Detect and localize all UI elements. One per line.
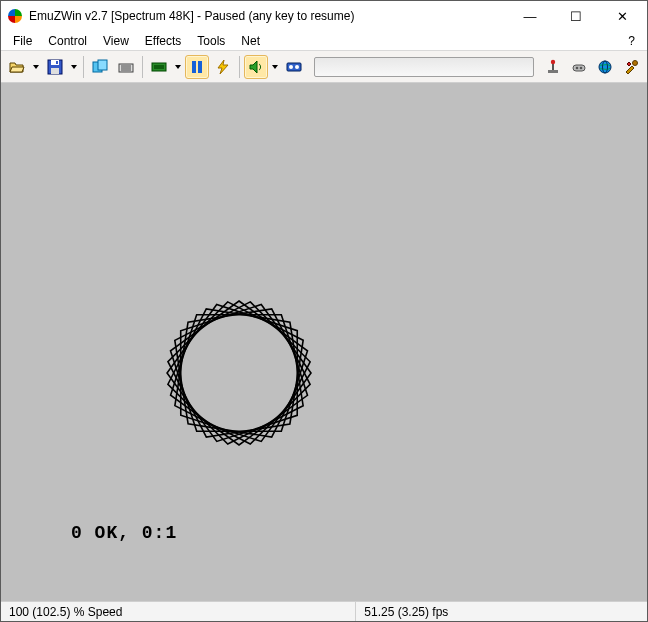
sound-button[interactable]	[244, 55, 268, 79]
device-button[interactable]	[147, 55, 171, 79]
svg-point-23	[599, 61, 611, 73]
save-button[interactable]	[43, 55, 67, 79]
toolbar-textbox[interactable]	[314, 57, 534, 77]
menu-effects[interactable]: Effects	[137, 32, 189, 50]
svg-rect-17	[548, 70, 558, 73]
joystick-button[interactable]	[541, 55, 565, 79]
menu-view[interactable]: View	[95, 32, 137, 50]
pause-button[interactable]	[185, 55, 209, 79]
sound-dropdown[interactable]	[270, 55, 280, 79]
kempston-button[interactable]	[567, 55, 591, 79]
status-bar: 100 (102.5) % Speed 51.25 (3.25) fps	[1, 601, 647, 621]
svg-marker-31	[149, 283, 329, 463]
tools-button[interactable]	[619, 55, 643, 79]
svg-rect-11	[154, 65, 164, 69]
status-speed: 100 (102.5) % Speed	[1, 602, 356, 621]
svg-rect-12	[192, 61, 196, 73]
window-controls: — ☐ ✕	[507, 1, 645, 31]
emulator-screen[interactable]: 0 OK, 0:1	[1, 83, 647, 601]
speed-button[interactable]	[211, 55, 235, 79]
title-bar: EmuZWin v2.7 [Spectrum 48K] - Paused (an…	[1, 1, 647, 31]
app-icon	[7, 8, 23, 24]
globe-button[interactable]	[593, 55, 617, 79]
svg-rect-13	[198, 61, 202, 73]
svg-rect-5	[98, 60, 107, 70]
svg-marker-26	[171, 301, 308, 431]
svg-point-16	[295, 65, 299, 69]
menu-file[interactable]: File	[5, 32, 40, 50]
svg-rect-3	[56, 61, 58, 64]
svg-point-19	[551, 59, 555, 63]
svg-point-22	[580, 66, 583, 69]
svg-point-25	[633, 60, 638, 65]
window-title: EmuZWin v2.7 [Spectrum 48K] - Paused (an…	[29, 9, 354, 23]
tape-button[interactable]	[282, 55, 306, 79]
close-button[interactable]: ✕	[599, 1, 645, 31]
menu-bar: File Control View Effects Tools Net ?	[1, 31, 647, 51]
toolbar	[1, 51, 647, 83]
menu-control[interactable]: Control	[40, 32, 95, 50]
keyboard-button[interactable]	[114, 55, 138, 79]
copy-button[interactable]	[88, 55, 112, 79]
svg-rect-2	[51, 68, 59, 74]
open-button[interactable]	[5, 55, 29, 79]
menu-net[interactable]: Net	[233, 32, 268, 50]
spirograph-graphic	[149, 283, 329, 463]
menu-tools[interactable]: Tools	[189, 32, 233, 50]
svg-point-21	[576, 66, 579, 69]
minimize-button[interactable]: —	[507, 1, 553, 31]
status-fps: 51.25 (3.25) fps	[356, 602, 647, 621]
maximize-button[interactable]: ☐	[553, 1, 599, 31]
open-dropdown[interactable]	[31, 55, 41, 79]
spectrum-status-line: 0 OK, 0:1	[71, 523, 177, 543]
save-dropdown[interactable]	[69, 55, 79, 79]
menu-help[interactable]: ?	[628, 34, 643, 48]
svg-rect-20	[573, 65, 585, 71]
svg-point-15	[289, 65, 293, 69]
device-dropdown[interactable]	[173, 55, 183, 79]
